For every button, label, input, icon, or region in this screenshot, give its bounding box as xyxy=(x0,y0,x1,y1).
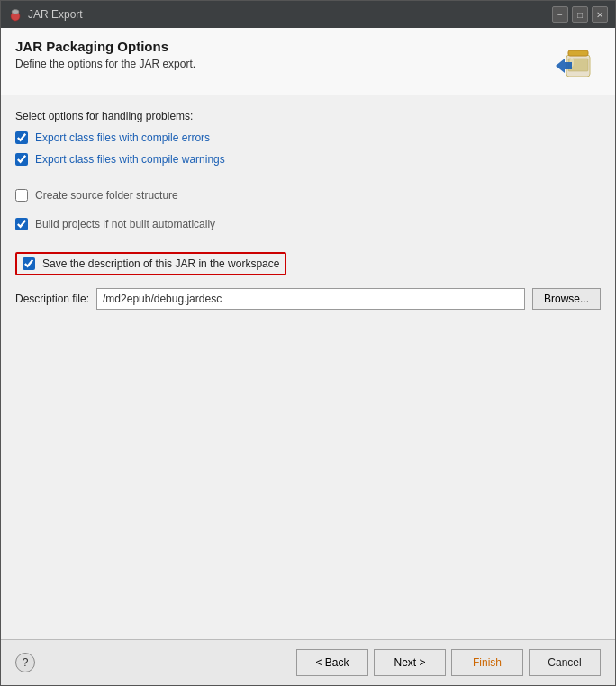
jar-icon xyxy=(556,39,601,84)
compile-errors-row: Export class files with compile errors xyxy=(15,130,601,146)
header-title: JAR Packaging Options xyxy=(15,39,195,54)
footer-left: ? xyxy=(15,653,35,672)
build-projects-row: Build projects if not built automaticall… xyxy=(15,216,601,232)
compile-warnings-row: Export class files with compile warnings xyxy=(15,151,601,167)
compile-warnings-checkbox[interactable] xyxy=(15,153,28,166)
title-bar: JAR Export − □ ✕ xyxy=(1,1,615,28)
source-folder-row: Create source folder structure xyxy=(15,187,601,203)
cancel-button[interactable]: Cancel xyxy=(529,649,601,676)
save-description-checkbox[interactable] xyxy=(23,257,35,270)
close-button[interactable]: ✕ xyxy=(592,6,608,23)
compile-warnings-label[interactable]: Export class files with compile warnings xyxy=(35,153,225,166)
window-title: JAR Export xyxy=(28,8,552,21)
description-file-label: Description file: xyxy=(15,293,89,305)
build-projects-checkbox[interactable] xyxy=(15,218,28,230)
window-icon xyxy=(8,7,23,22)
header-subtitle: Define the options for the JAR export. xyxy=(15,58,195,70)
problems-label: Select options for handling problems: xyxy=(15,110,601,122)
maximize-button[interactable]: □ xyxy=(572,6,588,23)
browse-button[interactable]: Browse... xyxy=(532,288,601,310)
description-file-row: Description file: Browse... xyxy=(15,288,601,310)
footer-buttons: < Back Next > Finish Cancel xyxy=(296,649,601,676)
next-button[interactable]: Next > xyxy=(374,649,446,676)
compile-errors-checkbox[interactable] xyxy=(15,131,28,144)
svg-point-3 xyxy=(12,10,19,14)
compile-errors-label[interactable]: Export class files with compile errors xyxy=(35,131,210,144)
window-controls: − □ ✕ xyxy=(552,6,608,23)
footer: ? < Back Next > Finish Cancel xyxy=(1,639,615,685)
finish-button[interactable]: Finish xyxy=(451,649,523,676)
help-button[interactable]: ? xyxy=(15,653,35,672)
minimize-button[interactable]: − xyxy=(552,6,568,23)
jar-export-window: JAR Export − □ ✕ JAR Packaging Options D… xyxy=(0,0,616,686)
svg-rect-6 xyxy=(568,50,588,56)
build-projects-label[interactable]: Build projects if not built automaticall… xyxy=(35,218,215,230)
back-button[interactable]: < Back xyxy=(296,649,368,676)
description-file-input[interactable] xyxy=(96,288,525,310)
save-description-highlight: Save the description of this JAR in the … xyxy=(15,252,286,275)
header-section: JAR Packaging Options Define the options… xyxy=(1,28,615,95)
header-text: JAR Packaging Options Define the options… xyxy=(15,39,195,70)
content-area: Select options for handling problems: Ex… xyxy=(1,95,615,639)
source-folder-label[interactable]: Create source folder structure xyxy=(35,189,178,202)
save-description-label[interactable]: Save the description of this JAR in the … xyxy=(42,257,279,270)
source-folder-checkbox[interactable] xyxy=(15,189,28,202)
